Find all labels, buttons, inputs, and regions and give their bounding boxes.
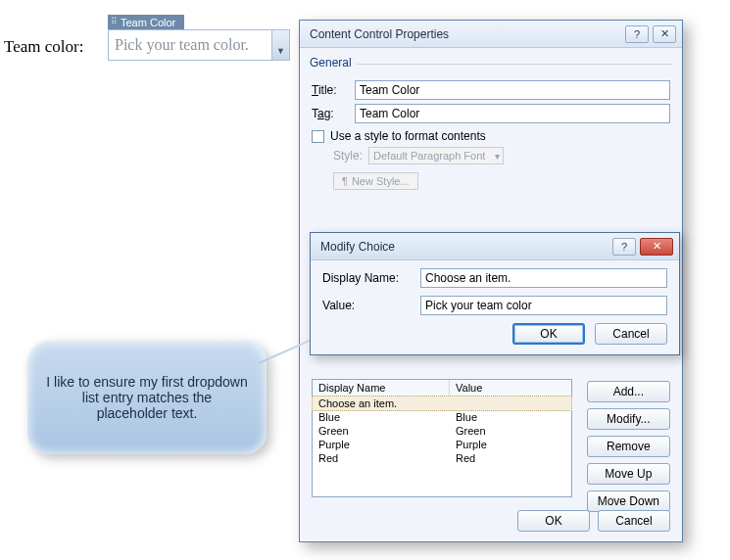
list-item[interactable]: PurplePurple <box>313 438 571 451</box>
content-control-field[interactable]: Pick your team color. ▼ <box>108 29 290 61</box>
list-item[interactable]: BlueBlue <box>313 410 571 424</box>
use-style-label: Use a style to format contents <box>330 129 486 143</box>
section-divider <box>357 64 672 65</box>
list-item-value: Green <box>456 425 565 437</box>
modify-choice-dialog: Modify Choice ? ✕ Display Name: Value: O… <box>310 232 680 355</box>
list-header-value: Value <box>450 380 571 396</box>
list-item[interactable]: RedRed <box>313 451 571 465</box>
content-control-dropdown-button[interactable]: ▼ <box>271 30 289 60</box>
sub-cancel-button[interactable]: Cancel <box>595 323 667 345</box>
add-button[interactable]: Add... <box>587 381 670 402</box>
style-label: Style: <box>333 149 363 163</box>
tag-label: Tag: <box>312 107 355 120</box>
list-item-value: Blue <box>456 411 565 423</box>
sub-close-button[interactable]: ✕ <box>640 238 673 256</box>
move-up-button[interactable]: Move Up <box>587 463 670 485</box>
title-label: Title: <box>312 83 355 97</box>
list-item-value <box>456 397 565 409</box>
list-item-name: Red <box>318 452 456 464</box>
list-item[interactable]: GreenGreen <box>313 424 571 438</box>
remove-button[interactable]: Remove <box>587 436 670 457</box>
list-item-value: Red <box>456 452 565 464</box>
list-header-name: Display Name <box>313 380 450 396</box>
document-field-label: Team color: <box>4 37 83 57</box>
help-button[interactable]: ? <box>625 25 649 43</box>
list-item-name: Choose an item. <box>318 397 456 409</box>
sub-help-button[interactable]: ? <box>612 238 636 256</box>
callout-text: I like to ensure my first dropdown list … <box>45 374 249 421</box>
list-item-value: Purple <box>456 439 565 450</box>
content-control-placeholder: Pick your team color. <box>109 30 271 60</box>
sub-dialog-title: Modify Choice <box>320 240 608 254</box>
new-style-button: ¶ New Style... <box>333 172 418 190</box>
content-control-title-tab[interactable]: Team Color <box>108 15 184 29</box>
list-item-name: Green <box>318 425 456 437</box>
close-button[interactable]: ✕ <box>653 25 676 43</box>
chevron-down-icon: ▼ <box>276 46 285 56</box>
list-item[interactable]: Choose an item. <box>312 396 572 411</box>
style-combo: Default Paragraph Font <box>368 147 504 164</box>
sub-ok-button[interactable]: OK <box>512 323 585 345</box>
dialog-title: Content Control Properties <box>310 27 621 41</box>
section-general-label: General <box>310 56 682 70</box>
content-control: Team Color Pick your team color. ▼ <box>108 15 290 61</box>
move-down-button[interactable]: Move Down <box>587 490 670 512</box>
tag-input[interactable] <box>355 104 670 123</box>
list-header: Display Name Value <box>312 379 572 396</box>
title-input[interactable] <box>355 80 670 100</box>
ok-button[interactable]: OK <box>517 510 590 532</box>
callout-bubble: I like to ensure my first dropdown list … <box>27 341 267 454</box>
display-name-label: Display Name: <box>322 271 413 285</box>
cancel-button[interactable]: Cancel <box>598 510 670 532</box>
modify-button[interactable]: Modify... <box>587 408 670 430</box>
display-name-input[interactable] <box>420 268 667 288</box>
use-style-checkbox[interactable] <box>312 130 324 143</box>
list-item-name: Purple <box>318 439 456 450</box>
list-box[interactable]: Choose an item.BlueBlueGreenGreenPurpleP… <box>312 396 572 497</box>
value-label: Value: <box>322 299 413 312</box>
new-style-icon: ¶ <box>342 175 348 187</box>
list-item-name: Blue <box>318 411 456 423</box>
sub-dialog-titlebar: Modify Choice ? ✕ <box>311 233 679 260</box>
value-input[interactable] <box>420 296 667 315</box>
dialog-titlebar: Content Control Properties ? ✕ <box>300 21 682 48</box>
